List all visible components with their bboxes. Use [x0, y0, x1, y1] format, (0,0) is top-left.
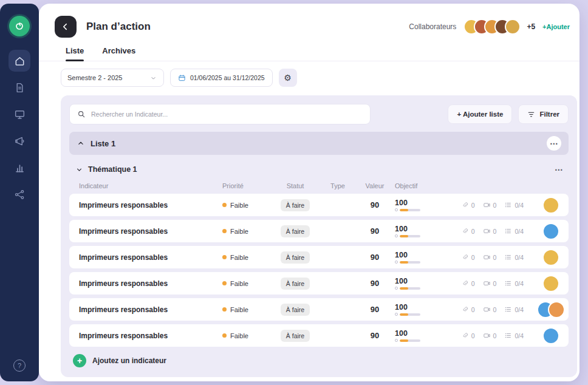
paperclip-icon — [461, 332, 469, 339]
back-button[interactable] — [55, 16, 77, 38]
collaborator-avatars[interactable] — [463, 19, 521, 35]
row-counters: 0 0 0/4 — [454, 253, 533, 261]
row-counters: 0 0 0/4 — [454, 227, 533, 235]
attachment-count[interactable]: 0 — [461, 227, 475, 235]
value-cell: 90 — [355, 227, 395, 236]
attachment-count[interactable]: 0 — [461, 332, 475, 339]
date-range-picker[interactable]: 01/06/2025 au 31/12/2025 — [170, 69, 273, 87]
search-row: + Ajouter liste Filtrer — [69, 104, 569, 124]
list-header-bar[interactable]: Liste 1 ⋯ — [69, 132, 569, 155]
objective-progress — [395, 234, 454, 237]
priority-dot-icon — [222, 229, 227, 233]
add-collaborator-button[interactable]: +Ajouter — [542, 23, 570, 30]
settings-button[interactable]: ⚙ — [279, 69, 297, 87]
objective-cell: 100 — [395, 251, 454, 264]
checklist-count[interactable]: 0/4 — [504, 201, 524, 209]
row-avatars[interactable] — [533, 197, 569, 214]
checklist-count[interactable]: 0/4 — [504, 253, 524, 261]
status-badge[interactable]: À faire — [281, 251, 310, 264]
indicator-name[interactable]: Imprimeurs responsables — [69, 305, 222, 314]
checklist-icon — [504, 227, 512, 235]
attachment-count[interactable]: 0 — [461, 253, 475, 261]
home-icon — [14, 55, 26, 67]
gear-icon: ⚙ — [284, 73, 292, 83]
search-input[interactable] — [91, 111, 363, 118]
row-avatars[interactable] — [533, 275, 569, 292]
row-avatars[interactable] — [533, 301, 569, 318]
checklist-count[interactable]: 0/4 — [504, 305, 524, 313]
sidebar-item-network[interactable] — [9, 183, 30, 205]
indicator-row[interactable]: Imprimeurs responsables Faible À faire 9… — [69, 194, 569, 216]
media-count[interactable]: 0 — [483, 227, 497, 235]
indicator-row[interactable]: Imprimeurs responsables Faible À faire 9… — [69, 272, 569, 295]
indicator-name[interactable]: Imprimeurs responsables — [69, 201, 222, 210]
avatar — [505, 19, 521, 35]
chevron-up-icon[interactable] — [77, 139, 85, 148]
sidebar-nav — [9, 50, 30, 205]
col-objective: Objectif — [395, 182, 454, 189]
priority-dot-icon — [222, 307, 227, 312]
status-badge[interactable]: À faire — [281, 278, 310, 290]
attachment-count[interactable]: 0 — [461, 201, 475, 209]
priority-dot-icon — [222, 333, 227, 338]
chevron-down-icon[interactable] — [75, 166, 83, 174]
checklist-count[interactable]: 0/4 — [504, 332, 524, 339]
row-avatars[interactable] — [533, 327, 569, 344]
indicator-name[interactable]: Imprimeurs responsables — [69, 253, 222, 262]
sidebar-item-screen[interactable] — [9, 103, 30, 125]
attachment-count[interactable]: 0 — [461, 305, 475, 313]
sidebar-item-stats[interactable] — [9, 157, 30, 179]
media-count[interactable]: 0 — [483, 279, 497, 287]
sidebar-item-home[interactable] — [9, 50, 30, 72]
media-count[interactable]: 0 — [483, 253, 497, 261]
status-cell: À faire — [270, 199, 321, 211]
status-cell: À faire — [270, 330, 321, 342]
priority-cell: Faible — [222, 280, 270, 287]
priority-label: Faible — [230, 280, 248, 287]
help-button[interactable]: ? — [13, 359, 26, 372]
main-card: Plan d’action Collaborateurs +5 +Ajouter… — [39, 4, 579, 381]
camera-icon — [483, 332, 491, 339]
indicator-row[interactable]: Imprimeurs responsables Faible À faire 9… — [69, 246, 569, 268]
add-indicator-button[interactable]: + Ajoutez un indicateur — [73, 354, 569, 367]
indicator-row[interactable]: Imprimeurs responsables Faible À faire 9… — [69, 220, 569, 242]
value-cell: 90 — [355, 279, 395, 288]
app-logo[interactable] — [9, 16, 30, 36]
attachment-count[interactable]: 0 — [461, 279, 475, 287]
media-count[interactable]: 0 — [483, 305, 497, 313]
filter-icon — [527, 111, 535, 118]
col-indicator: Indicateur — [69, 182, 222, 189]
checklist-count[interactable]: 0/4 — [504, 279, 524, 287]
status-badge[interactable]: À faire — [281, 225, 310, 237]
indicator-row[interactable]: Imprimeurs responsables Faible À faire 9… — [69, 324, 569, 347]
row-avatars[interactable] — [533, 223, 569, 240]
indicator-name[interactable]: Imprimeurs responsables — [69, 332, 222, 340]
row-avatars[interactable] — [533, 249, 569, 266]
tab-bar: Liste Archives — [39, 38, 579, 61]
media-count[interactable]: 0 — [483, 201, 497, 209]
network-icon — [14, 189, 26, 200]
theme-row[interactable]: Thématique 1 ⋯ — [75, 162, 566, 177]
filter-button[interactable]: Filtrer — [518, 104, 569, 124]
sidebar-item-announcements[interactable] — [9, 130, 30, 152]
semester-select[interactable]: Semestre 2 - 2025 — [61, 69, 164, 87]
indicator-name[interactable]: Imprimeurs responsables — [69, 227, 222, 236]
status-badge[interactable]: À faire — [281, 330, 310, 342]
list-more-menu[interactable]: ⋯ — [547, 136, 561, 151]
add-list-button[interactable]: + Ajouter liste — [448, 104, 512, 124]
screen-icon — [14, 109, 26, 120]
objective-value: 100 — [395, 225, 454, 233]
tab-liste[interactable]: Liste — [66, 46, 84, 61]
list-title: Liste 1 — [91, 139, 115, 148]
indicator-row[interactable]: Imprimeurs responsables Faible À faire 9… — [69, 298, 569, 321]
priority-dot-icon — [222, 255, 227, 259]
checklist-count[interactable]: 0/4 — [504, 227, 524, 235]
indicator-name[interactable]: Imprimeurs responsables — [69, 279, 222, 288]
status-badge[interactable]: À faire — [281, 304, 310, 316]
tab-archives[interactable]: Archives — [102, 46, 135, 61]
media-count[interactable]: 0 — [483, 332, 497, 339]
sidebar-item-documents[interactable] — [9, 77, 30, 98]
theme-more-menu[interactable]: ⋯ — [552, 162, 566, 177]
status-badge[interactable]: À faire — [281, 199, 310, 211]
priority-label: Faible — [230, 228, 248, 235]
